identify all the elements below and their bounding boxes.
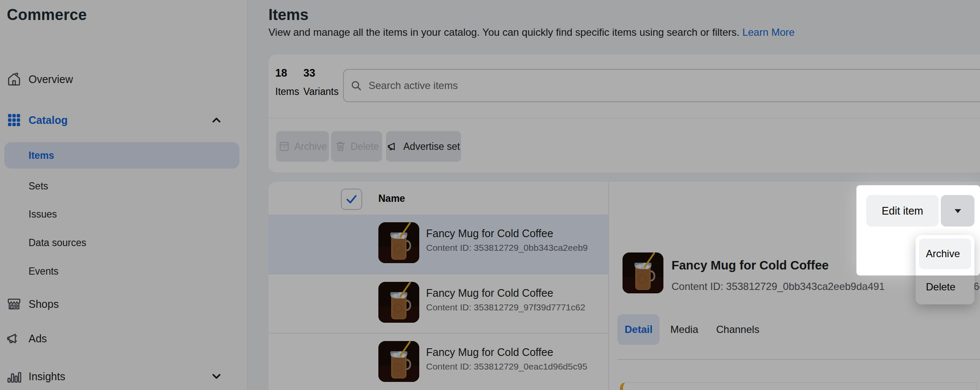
edit-item-dropdown-button[interactable] xyxy=(941,195,974,227)
edit-item-button[interactable]: Edit item xyxy=(866,195,939,227)
caret-down-icon xyxy=(952,205,963,216)
dim-overlay xyxy=(0,0,980,390)
menu-item-archive[interactable]: Archive xyxy=(919,238,971,269)
menu-dim-cover xyxy=(916,275,974,304)
